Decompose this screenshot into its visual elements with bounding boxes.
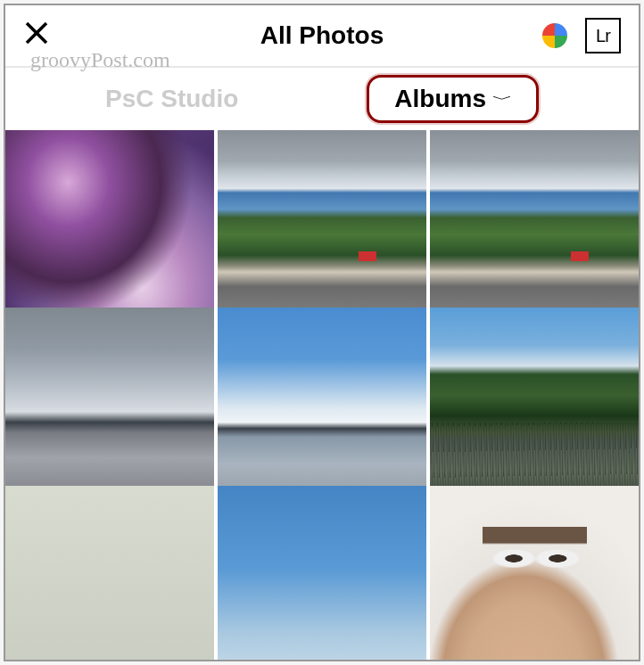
lightroom-button[interactable]: Lr — [585, 18, 621, 53]
photo-thumb-7[interactable] — [5, 486, 214, 660]
photo-thumb-9[interactable] — [430, 486, 639, 660]
psc-studio-tab[interactable]: PsC Studio — [105, 85, 238, 113]
watermark-text: groovyPost.com — [30, 48, 170, 72]
albums-label: Albums — [394, 85, 486, 113]
google-photos-button[interactable] — [537, 18, 573, 53]
chevron-down-icon: ﹀ — [492, 90, 513, 107]
lightroom-label: Lr — [596, 26, 610, 46]
photo-thumb-8[interactable] — [218, 486, 426, 660]
close-button[interactable] — [23, 20, 50, 52]
header-actions: Lr — [537, 18, 621, 53]
source-tabs: PsC Studio Albums ﹀ — [5, 68, 639, 130]
google-photos-icon — [537, 18, 573, 53]
albums-dropdown[interactable]: Albums ﹀ — [367, 75, 539, 123]
app-frame: groovyPost.com All Photos Lr — [4, 4, 640, 661]
photo-grid — [5, 130, 639, 660]
close-icon — [23, 20, 50, 46]
page-title: All Photos — [260, 21, 384, 50]
